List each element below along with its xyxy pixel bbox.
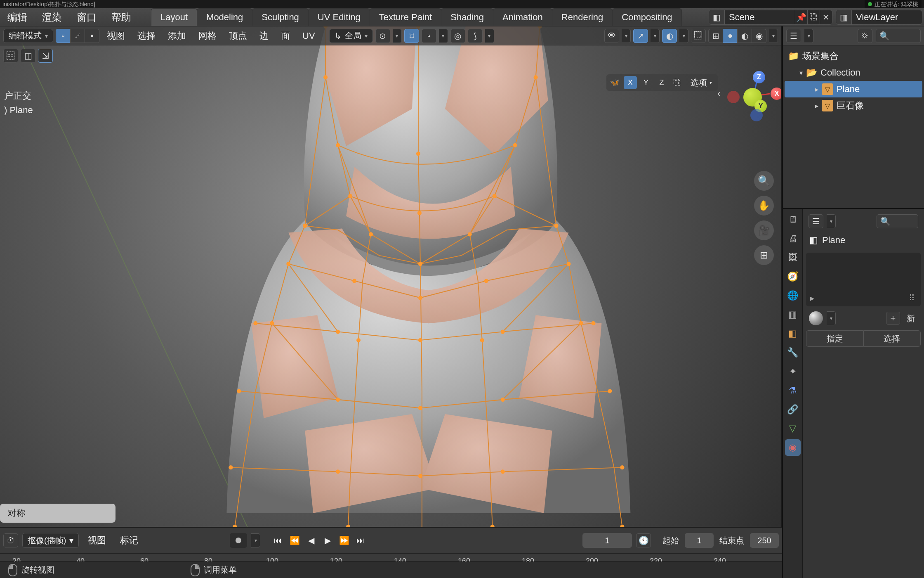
pan-icon[interactable]: ✋ bbox=[754, 196, 774, 216]
ptab-collection-icon[interactable]: ▥ bbox=[785, 306, 801, 323]
tab-uvediting[interactable]: UV Editing bbox=[308, 8, 370, 26]
props-search-input[interactable]: 🔍 bbox=[877, 214, 918, 228]
proportional-expand-icon[interactable]: ▾ bbox=[485, 29, 494, 43]
tree-item-plane[interactable]: ▸ ▽ Plane bbox=[785, 81, 922, 97]
zoom-icon[interactable]: 🔍 bbox=[754, 171, 774, 191]
visibility-icon[interactable]: 👁 bbox=[604, 29, 619, 43]
snap-toggle-icon[interactable]: ⌑ bbox=[404, 29, 419, 43]
material-slot-list[interactable]: ▸ ⠿ bbox=[806, 253, 921, 306]
tab-sculpting[interactable]: Sculpting bbox=[252, 8, 309, 26]
drag-handle-icon[interactable]: ⠿ bbox=[909, 293, 916, 303]
outliner-search-input[interactable]: 🔍 bbox=[876, 29, 921, 43]
props-options-icon[interactable]: ☰ bbox=[808, 214, 823, 228]
ptab-constraints-icon[interactable]: 🔗 bbox=[785, 401, 801, 418]
vp-menu-select[interactable]: 选择 bbox=[132, 30, 160, 42]
rendered-shading-icon[interactable]: ◉ bbox=[752, 29, 766, 43]
proportional-toggle-icon[interactable]: ◎ bbox=[450, 29, 465, 43]
next-key-icon[interactable]: ⏩ bbox=[336, 533, 352, 548]
nav-gizmo[interactable]: ‹ Z X Y bbox=[730, 72, 777, 119]
jump-end-icon[interactable]: ⏭ bbox=[353, 533, 368, 548]
vp-menu-edge[interactable]: 边 bbox=[255, 30, 273, 42]
ptab-output-icon[interactable]: 🖨 bbox=[785, 230, 801, 247]
overlay-toggle-icon[interactable]: ◐ bbox=[662, 29, 677, 43]
snap-expand-icon[interactable]: ▾ bbox=[439, 29, 448, 43]
pivot-icon[interactable]: ⊙ bbox=[375, 29, 390, 43]
options-dropdown[interactable]: 选项 ▾ bbox=[686, 76, 716, 89]
ptab-viewlayer-icon[interactable]: 🖼 bbox=[785, 249, 801, 266]
scene-name-input[interactable] bbox=[725, 10, 795, 24]
menu-render[interactable]: 渲染 bbox=[35, 11, 69, 24]
disclosure-icon[interactable]: ▾ bbox=[799, 69, 803, 77]
tool-setting-icon-3[interactable]: ⇲ bbox=[38, 49, 53, 63]
wireframe-shading-icon[interactable]: ⊞ bbox=[708, 29, 723, 43]
autokey-expand-icon[interactable]: ▾ bbox=[251, 533, 260, 547]
tool-setting-icon-1[interactable]: ⿳ bbox=[3, 49, 18, 63]
outliner-tree[interactable]: 📁 场景集合 ▾ 📂 Collection ▸ ▽ Plane ▸ ▽ 巨石像 bbox=[783, 45, 924, 208]
outliner-display-expand-icon[interactable]: ▾ bbox=[804, 29, 813, 43]
automerge-icon[interactable]: ⿻ bbox=[671, 76, 684, 89]
tree-scene-collection[interactable]: 📁 场景集合 bbox=[785, 48, 922, 64]
timeline-editor-icon[interactable]: ⏱ bbox=[3, 533, 18, 547]
material-add-button[interactable]: + bbox=[886, 312, 900, 325]
tree-item-statue[interactable]: ▸ ▽ 巨石像 bbox=[785, 97, 922, 114]
vertex-select-icon[interactable]: ▫ bbox=[56, 29, 71, 43]
ptab-material-icon[interactable]: ◉ bbox=[785, 439, 801, 456]
symmetry-operator-panel[interactable]: 对称 bbox=[0, 504, 116, 523]
play-reverse-icon[interactable]: ◀ bbox=[303, 533, 319, 548]
mirror-z-button[interactable]: Z bbox=[655, 76, 668, 89]
mirror-icon[interactable]: 🦋 bbox=[608, 76, 621, 89]
gizmo-toggle-icon[interactable]: ↗ bbox=[633, 29, 648, 43]
viewlayer-selector[interactable]: ▥ bbox=[836, 10, 922, 25]
keying-dropdown[interactable]: 抠像(插帧) ▾ bbox=[22, 533, 79, 548]
mode-dropdown[interactable]: 编辑模式 ▾ bbox=[3, 29, 53, 43]
tab-texturepaint[interactable]: Texture Paint bbox=[370, 8, 441, 26]
matprev-shading-icon[interactable]: ◐ bbox=[737, 29, 752, 43]
material-browse-expand-icon[interactable]: ▾ bbox=[827, 311, 836, 325]
outliner-filter-icon[interactable]: ⛭ bbox=[858, 29, 872, 43]
tab-modeling[interactable]: Modeling bbox=[197, 8, 252, 26]
tree-collection[interactable]: ▾ 📂 Collection bbox=[785, 64, 922, 81]
vp-menu-mesh[interactable]: 网格 bbox=[193, 30, 222, 42]
mirror-x-button[interactable]: X bbox=[624, 76, 637, 89]
tab-layout[interactable]: Layout bbox=[151, 8, 197, 26]
pivot-expand-icon[interactable]: ▾ bbox=[393, 29, 402, 43]
solid-shading-icon[interactable]: ● bbox=[723, 29, 738, 43]
vp-menu-uv[interactable]: UV bbox=[297, 31, 320, 41]
overlay-expand-icon[interactable]: ▾ bbox=[679, 29, 688, 43]
axis-neg-z-icon[interactable] bbox=[750, 109, 763, 121]
disclosure-icon[interactable]: ▸ bbox=[815, 102, 818, 110]
timeline-menu-marker[interactable]: 标记 bbox=[115, 534, 143, 547]
scene-selector[interactable]: ◧ 📌 ⿻ ✕ bbox=[709, 10, 832, 25]
menu-window[interactable]: 窗口 bbox=[69, 11, 104, 24]
axis-z-icon[interactable]: Z bbox=[753, 71, 765, 83]
tab-rendering[interactable]: Rendering bbox=[552, 8, 613, 26]
current-frame-input[interactable]: 1 bbox=[582, 533, 632, 548]
shading-expand-icon[interactable]: ▾ bbox=[769, 29, 778, 43]
play-icon[interactable]: ▶ bbox=[320, 533, 335, 548]
collapse-arrow-icon[interactable]: ‹ bbox=[717, 88, 720, 99]
ptab-scene-icon[interactable]: 🧭 bbox=[785, 268, 801, 285]
ptab-particles-icon[interactable]: ✦ bbox=[785, 363, 801, 380]
vp-menu-vertex[interactable]: 顶点 bbox=[224, 30, 252, 42]
jump-start-icon[interactable]: ⏮ bbox=[270, 533, 286, 548]
ptab-data-icon[interactable]: ▽ bbox=[785, 420, 801, 437]
end-frame-input[interactable]: 250 bbox=[750, 533, 779, 548]
snap-type-icon[interactable]: ▫ bbox=[422, 29, 436, 43]
axis-neg-x-icon[interactable] bbox=[727, 91, 740, 103]
expand-icon[interactable]: ▸ bbox=[810, 293, 814, 303]
ptab-world-icon[interactable]: 🌐 bbox=[785, 287, 801, 304]
viewlayer-name-input[interactable] bbox=[852, 10, 922, 24]
clock-icon[interactable]: 🕙 bbox=[636, 533, 651, 547]
orientation-dropdown[interactable]: ↳ 全局 ▾ bbox=[329, 29, 373, 43]
edge-select-icon[interactable]: ⟋ bbox=[70, 29, 85, 43]
prev-key-icon[interactable]: ⏪ bbox=[287, 533, 302, 548]
tool-setting-icon-2[interactable]: ◫ bbox=[21, 49, 35, 63]
ptab-render-icon[interactable]: 🖥 bbox=[785, 211, 801, 228]
ptab-modifier-icon[interactable]: 🔧 bbox=[785, 344, 801, 361]
tab-shading[interactable]: Shading bbox=[441, 8, 493, 26]
xray-toggle-icon[interactable]: ⿴ bbox=[691, 29, 706, 43]
menu-help[interactable]: 帮助 bbox=[104, 11, 139, 24]
tab-compositing[interactable]: Compositing bbox=[612, 8, 681, 26]
start-frame-input[interactable]: 1 bbox=[685, 533, 714, 548]
timeline-menu-view[interactable]: 视图 bbox=[83, 534, 111, 547]
